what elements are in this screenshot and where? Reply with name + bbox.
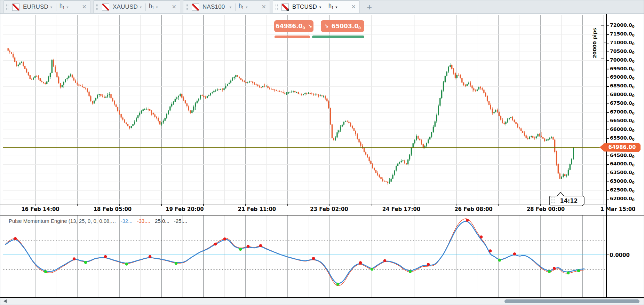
symbol-dropdown-icon[interactable]: ▼	[139, 6, 142, 9]
chart-symbol-icon	[102, 3, 109, 11]
sell-price: 64986.00	[276, 23, 305, 30]
timeframe-dropdown-icon[interactable]: ▼	[66, 6, 69, 9]
price-axis-label: 66000.00	[610, 126, 635, 133]
tab-close-icon[interactable]: ✕	[172, 4, 176, 10]
pivot-dot-green	[548, 270, 551, 273]
chart-canvas[interactable]: 14:12	[0, 14, 644, 305]
pivot-dot-red	[312, 257, 315, 260]
scrollbar-thumb[interactable]	[504, 299, 639, 303]
buy-price: 65003.00	[332, 23, 361, 30]
pivot-dot-green	[371, 268, 374, 271]
chart-area[interactable]: 14:12 72000.0071500.0071000.0070500.0070…	[0, 14, 644, 305]
indicator-zero-label: 0.0000	[610, 252, 630, 258]
time-axis-label: 16 Feb 14:00	[21, 206, 59, 212]
indicator-signal-line	[6, 219, 584, 286]
pivot-dot-red	[149, 255, 152, 258]
tab-grip-handle[interactable]	[6, 3, 9, 11]
pivot-dot-red	[259, 244, 262, 247]
pivot-dot-red	[247, 245, 250, 248]
pivot-dot-green	[175, 262, 178, 265]
price-axis-label: 68500.00	[610, 83, 635, 89]
price-axis-label: 70000.00	[610, 57, 635, 63]
tab-separator	[56, 3, 56, 11]
price-axis-label: 67000.00	[610, 109, 635, 115]
sell-button[interactable]: 64986.00 ↘	[274, 20, 313, 32]
add-chart-button[interactable]: +	[365, 3, 374, 11]
tab-xauusd[interactable]: XAUUSD▼h1▼✕	[93, 0, 180, 13]
time-axis-label: 21 Feb 11:00	[238, 206, 276, 212]
pivot-dot-red	[513, 252, 516, 256]
sell-depth-bar	[275, 36, 310, 38]
tab-close-icon[interactable]: ✕	[82, 4, 87, 10]
chart-symbol-icon	[281, 3, 289, 11]
timeframe-label: h1	[239, 3, 244, 11]
chart-symbol-icon	[12, 3, 19, 11]
tab-symbol-label: EURUSD	[23, 3, 48, 10]
tab-separator	[325, 3, 325, 11]
pivot-dot-green	[567, 272, 570, 275]
horizontal-scrollbar[interactable]	[0, 298, 644, 305]
time-axis-label: 18 Feb 05:00	[94, 206, 132, 212]
scroll-left-arrow-icon[interactable]	[3, 299, 7, 303]
trading-platform-window: EURUSD▼h1▼✕XAUUSD▼h1▼✕NAS100▼h1▼✕BTCUSD▼…	[0, 0, 644, 305]
indicator-readout-value: -33....	[137, 218, 150, 224]
time-axis-label: 28 Feb 00:00	[527, 206, 565, 212]
time-axis-label: 1 Mar 15:00	[600, 206, 635, 212]
indicator-title[interactable]: Pulse Momentum Engine (13, 25, 0, 0, 0.0…	[9, 218, 187, 224]
pivot-dot-red	[466, 219, 469, 222]
timeframe-dropdown-icon[interactable]: ▼	[335, 6, 338, 9]
tab-grip-handle[interactable]	[96, 3, 99, 11]
time-axis-label: 23 Feb 02:00	[310, 206, 348, 212]
pivot-dot-red	[104, 255, 107, 258]
current-price-tag: 64986.00	[599, 143, 641, 152]
pivot-dot-red	[223, 237, 226, 241]
pivot-dot-green	[409, 270, 412, 273]
candles	[8, 48, 574, 185]
timeframe-label: h1	[149, 3, 154, 11]
tab-separator	[145, 3, 146, 11]
price-axis-label: 64000.00	[610, 161, 635, 167]
price-axis-label: 64500.00	[610, 152, 635, 159]
pivot-dot-green	[498, 259, 501, 262]
time-axis-label: 26 Feb 08:00	[454, 206, 493, 212]
timeframe-dropdown-icon[interactable]: ▼	[155, 6, 158, 9]
price-axis-label: 70500.00	[610, 48, 635, 55]
price-axis-label: 62500.00	[610, 187, 635, 193]
tab-btcusd[interactable]: BTCUSD▼h1▼✕	[273, 0, 360, 13]
price-axis-label: 62000.00	[610, 196, 635, 202]
pivot-dot-green	[84, 261, 87, 264]
timeframe-label: h1	[59, 3, 64, 11]
tab-grip-handle[interactable]	[185, 3, 189, 11]
tab-nas100[interactable]: NAS100▼h1▼✕	[183, 0, 270, 13]
symbol-dropdown-icon[interactable]: ▼	[50, 6, 53, 9]
indicator-main-line	[6, 221, 584, 284]
tab-close-icon[interactable]: ✕	[351, 4, 356, 10]
price-axis-label: 72000.00	[610, 22, 635, 29]
buy-depth-bar	[312, 36, 364, 38]
tab-separator	[235, 3, 236, 11]
indicator-readout-value: -32...	[121, 218, 133, 224]
symbol-dropdown-icon[interactable]: ▼	[319, 6, 322, 9]
overlays: 14:12	[3, 26, 606, 205]
chart-symbol-icon	[192, 3, 199, 11]
tab-close-icon[interactable]: ✕	[262, 4, 266, 10]
buy-button[interactable]: ↘ 65003.00	[321, 20, 364, 32]
price-axis-label: 63500.00	[610, 170, 635, 176]
pips-bracket	[601, 26, 606, 59]
time-axis-label: 24 Feb 17:00	[382, 206, 421, 212]
pivot-dot-red	[14, 237, 17, 240]
price-axis-label: 69500.00	[610, 66, 635, 72]
sell-arrow-icon: ↘	[308, 23, 312, 29]
tab-bar: EURUSD▼h1▼✕XAUUSD▼h1▼✕NAS100▼h1▼✕BTCUSD▼…	[0, 0, 644, 14]
pivot-dot-green	[239, 248, 242, 251]
pivot-dot-green	[577, 269, 580, 272]
pips-measurement-label: 20000 pips	[591, 25, 598, 62]
pivot-dot-red	[480, 235, 483, 238]
symbol-dropdown-icon[interactable]: ▼	[229, 6, 232, 9]
tab-grip-handle[interactable]	[275, 3, 278, 11]
pivot-dot-green	[336, 283, 340, 286]
timeframe-label: h1	[328, 3, 333, 11]
tab-eurusd[interactable]: EURUSD▼h1▼✕	[3, 0, 90, 13]
pivot-dot-red	[427, 263, 430, 266]
timeframe-dropdown-icon[interactable]: ▼	[245, 6, 248, 9]
